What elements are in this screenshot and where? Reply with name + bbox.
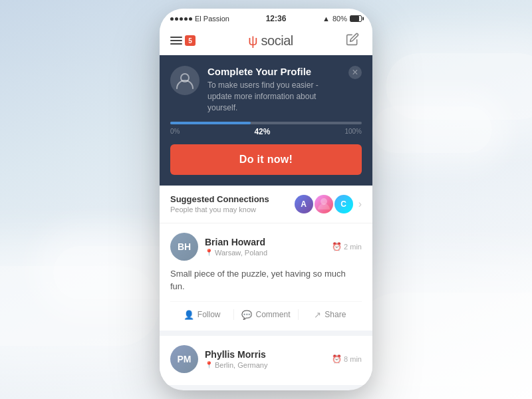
suggested-avatar-1: A <box>293 194 315 215</box>
comment-label-brian: Comment <box>255 310 290 319</box>
post-user-1: BH Brian Howard 📍 Warsaw, Poland <box>170 233 267 261</box>
post-actions-brian: 👤 Follow 💬 Comment ↗ Share <box>170 301 362 321</box>
profile-avatar-icon <box>174 70 196 91</box>
user-name-brian: Brian Howard <box>205 237 267 247</box>
suggested-avatar-image-2 <box>315 195 333 213</box>
post-card-1: BH Brian Howard 📍 Warsaw, Poland ⏰ 2 min <box>160 223 372 331</box>
suggested-connections-text: Suggested Connections People that you ma… <box>170 194 269 213</box>
profile-card-title: Complete Your Profile <box>207 66 340 77</box>
logo-text: social <box>261 33 293 49</box>
menu-with-badge[interactable]: 5 <box>170 35 196 46</box>
battery-percent: 80% <box>332 15 347 23</box>
share-icon-brian: ↗ <box>314 310 321 320</box>
progress-bar-fill <box>170 122 251 124</box>
clock-icon-brian: ⏰ <box>332 242 342 251</box>
profile-card-description: To make users find you easier - update m… <box>207 80 340 113</box>
user-location-phyllis: 📍 Berlin, Germany <box>205 361 267 369</box>
user-avatar-brian: BH <box>170 233 198 261</box>
suggested-avatars: A C <box>293 194 354 215</box>
post-header-2: PM Phyllis Morris 📍 Berlin, Germany ⏰ 8 … <box>170 345 362 373</box>
progress-label-left: 0% <box>170 128 180 135</box>
share-label-brian: Share <box>325 310 346 319</box>
suggested-connections-title: Suggested Connections <box>170 194 269 204</box>
suggested-connections-subtitle: People that you may know <box>170 205 269 213</box>
user-avatar-image-brian: BH <box>170 233 198 261</box>
post-time-text-brian: 2 min <box>344 243 362 251</box>
profile-card-header: Complete Your Profile To make users find… <box>170 66 362 113</box>
location-arrow-icon: ▲ <box>323 15 330 23</box>
follow-icon-brian: 👤 <box>184 310 194 320</box>
progress-label-right: 100% <box>344 128 362 135</box>
suggested-avatar-image-3: C <box>334 195 353 213</box>
menu-button[interactable] <box>170 37 182 45</box>
app-logo: ψ social <box>248 33 293 49</box>
post-time-text-phyllis: 8 min <box>344 355 362 363</box>
share-button-brian[interactable]: ↗ Share <box>299 309 362 321</box>
user-location-text-brian: Warsaw, Poland <box>215 249 267 257</box>
progress-labels: 0% 42% 100% <box>170 127 362 136</box>
suggested-avatar-3: C <box>333 194 354 215</box>
user-info-phyllis: Phyllis Morris 📍 Berlin, Germany <box>205 349 267 369</box>
progress-bar-background <box>170 122 362 124</box>
top-nav: 5 ψ social <box>160 27 372 55</box>
user-avatar-image-phyllis: PM <box>170 345 198 373</box>
do-it-now-button[interactable]: Do it now! <box>170 144 362 175</box>
battery-fill <box>350 16 359 21</box>
profile-avatar-placeholder <box>170 66 200 95</box>
suggested-avatar-image-1: A <box>295 195 313 213</box>
post-time-phyllis: ⏰ 8 min <box>332 354 362 364</box>
edit-button[interactable] <box>346 33 362 49</box>
user-info-brian: Brian Howard 📍 Warsaw, Poland <box>205 237 267 257</box>
status-time: 12:36 <box>266 14 287 23</box>
suggested-connections-section[interactable]: Suggested Connections People that you ma… <box>160 186 372 223</box>
suggested-avatar-2 <box>313 194 334 215</box>
post-header-1: BH Brian Howard 📍 Warsaw, Poland ⏰ 2 min <box>170 233 362 261</box>
phone-container: El Passion 12:36 ▲ 80% 5 ψ social <box>160 9 372 390</box>
feed: BH Brian Howard 📍 Warsaw, Poland ⏰ 2 min <box>160 223 372 385</box>
comment-button-brian[interactable]: 💬 Comment <box>234 309 297 321</box>
profile-card-close-button[interactable]: × <box>348 66 362 79</box>
clock-icon-phyllis: ⏰ <box>332 354 342 364</box>
user-avatar-phyllis: PM <box>170 345 198 373</box>
user-location-brian: 📍 Warsaw, Poland <box>205 249 267 257</box>
location-pin-icon-brian: 📍 <box>205 249 213 256</box>
menu-line-3 <box>170 43 182 45</box>
carrier-name: El Passion <box>195 15 229 23</box>
location-pin-icon-phyllis: 📍 <box>205 361 213 368</box>
menu-line-2 <box>170 40 182 41</box>
chevron-right-icon[interactable]: › <box>358 198 362 210</box>
profile-card-text: Complete Your Profile To make users find… <box>207 66 340 113</box>
menu-line-1 <box>170 37 182 38</box>
battery-icon <box>350 15 362 22</box>
post-user-2: PM Phyllis Morris 📍 Berlin, Germany <box>170 345 267 373</box>
post-card-2: PM Phyllis Morris 📍 Berlin, Germany ⏰ 8 … <box>160 336 372 385</box>
progress-section: 0% 42% 100% <box>170 122 362 136</box>
post-time-brian: ⏰ 2 min <box>332 242 362 251</box>
status-bar: El Passion 12:36 ▲ 80% <box>160 9 372 27</box>
progress-value: 42% <box>254 127 270 136</box>
follow-label-brian: Follow <box>198 310 221 319</box>
user-location-text-phyllis: Berlin, Germany <box>215 361 267 369</box>
comment-icon-brian: 💬 <box>241 310 252 320</box>
signal-dots <box>170 17 192 21</box>
post-content-brian: Small piece of the puzzle, yet having so… <box>170 267 362 293</box>
status-right: ▲ 80% <box>323 15 362 23</box>
status-left: El Passion <box>170 15 229 23</box>
logo-icon: ψ <box>248 33 257 49</box>
follow-button-brian[interactable]: 👤 Follow <box>170 309 233 321</box>
profile-complete-card: Complete Your Profile To make users find… <box>160 55 372 185</box>
notification-badge[interactable]: 5 <box>185 35 196 46</box>
user-name-phyllis: Phyllis Morris <box>205 349 267 360</box>
